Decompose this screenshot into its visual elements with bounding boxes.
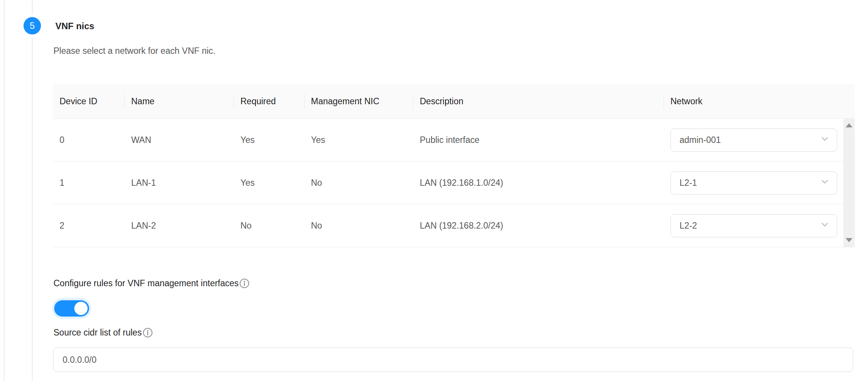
cell-device-id: 1 [53, 178, 125, 188]
column-header-required: Required [234, 84, 305, 118]
step-connector-top [32, 0, 33, 14]
page-title: VNF nics [55, 20, 94, 32]
page-left-divider [4, 0, 5, 381]
info-circle-icon[interactable] [239, 278, 250, 288]
table-scrollbar[interactable] [843, 119, 855, 247]
cell-name: LAN-2 [125, 221, 234, 231]
column-header-network: Network [664, 84, 855, 118]
network-select[interactable]: admin-001 [670, 129, 837, 152]
network-select[interactable]: L2-1 [670, 171, 837, 194]
cell-required: No [234, 221, 305, 231]
cell-name: LAN-1 [125, 178, 234, 188]
cell-management-nic: No [305, 178, 413, 188]
column-header-description: Description [413, 84, 664, 118]
info-circle-icon[interactable] [143, 328, 153, 338]
vnf-nics-table: Device ID Name Required Management NIC D… [53, 84, 855, 247]
chevron-down-icon [819, 133, 830, 146]
table-row: 2 LAN-2 No No LAN (192.168.2.0/24) L2-2 [53, 204, 855, 247]
cell-description: Public interface [413, 135, 664, 145]
page-subtitle: Please select a network for each VNF nic… [53, 45, 215, 56]
cell-device-id: 0 [53, 135, 125, 145]
toggle-knob [74, 302, 88, 315]
cell-management-nic: No [305, 221, 413, 231]
scroll-down-arrow-icon[interactable] [846, 238, 852, 242]
chevron-down-icon [819, 176, 830, 189]
step-connector-bottom [32, 38, 33, 381]
step-indicator: 5 [24, 17, 41, 34]
table-row: 0 WAN Yes Yes Public interface admin-001 [53, 119, 855, 161]
network-select-value: L2-2 [680, 221, 697, 231]
cell-required: Yes [234, 135, 305, 145]
network-select-value: L2-1 [680, 178, 697, 188]
management-rules-toggle[interactable] [54, 300, 89, 317]
cell-network: L2-2 [664, 214, 855, 237]
column-header-name: Name [125, 84, 234, 118]
scroll-up-arrow-icon[interactable] [846, 123, 852, 127]
table-header: Device ID Name Required Management NIC D… [53, 84, 855, 119]
network-select[interactable]: L2-2 [670, 214, 837, 237]
cell-network: L2-1 [664, 171, 855, 194]
cell-network: admin-001 [664, 129, 855, 152]
cell-device-id: 2 [53, 221, 125, 231]
column-header-device-id: Device ID [53, 84, 125, 118]
chevron-down-icon [819, 219, 830, 232]
cell-required: Yes [234, 178, 305, 188]
step-number: 5 [30, 20, 35, 31]
cell-name: WAN [125, 135, 234, 145]
cell-description: LAN (192.168.2.0/24) [413, 221, 664, 231]
network-select-value: admin-001 [680, 135, 721, 145]
source-cidr-label-text: Source cidr list of rules [53, 327, 142, 338]
column-header-management-nic: Management NIC [305, 84, 413, 118]
cell-management-nic: Yes [305, 135, 413, 145]
cell-description: LAN (192.168.1.0/24) [413, 178, 664, 188]
config-rules-label: Configure rules for VNF management inter… [53, 278, 250, 289]
table-body: 0 WAN Yes Yes Public interface admin-001… [53, 119, 855, 247]
config-rules-label-text: Configure rules for VNF management inter… [53, 278, 239, 289]
cidr-input[interactable] [53, 348, 853, 372]
source-cidr-label: Source cidr list of rules [53, 327, 153, 338]
table-row: 1 LAN-1 Yes No LAN (192.168.1.0/24) L2-1 [53, 161, 855, 204]
